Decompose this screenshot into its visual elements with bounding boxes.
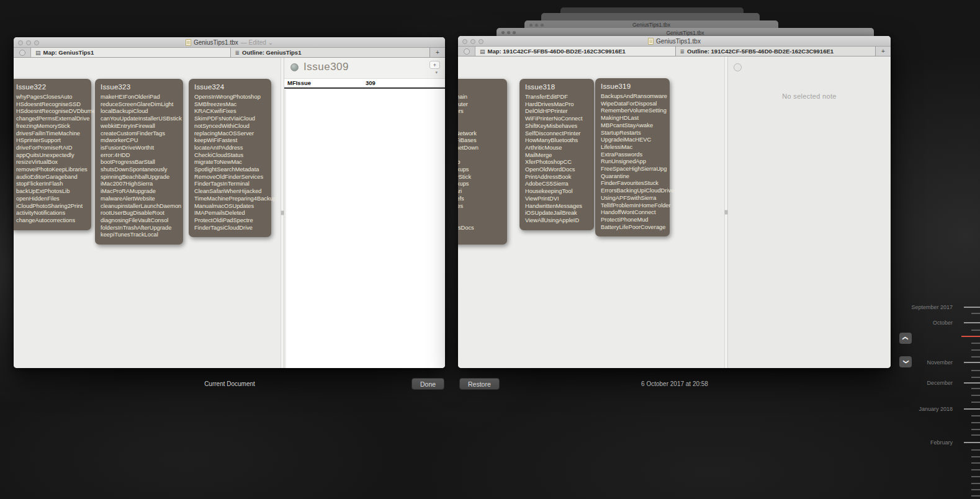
- timeline-month-label[interactable]: October: [933, 320, 953, 326]
- note-item[interactable]: FinderTagsiCloudDrive: [194, 225, 266, 232]
- note-item[interactable]: ViFiBases: [458, 137, 502, 145]
- view-circle-button[interactable]: [14, 48, 31, 57]
- note-item[interactable]: lt: [458, 210, 502, 217]
- outline-pane[interactable]: Issue309 + ▾ MFIssue 309: [284, 58, 445, 368]
- new-tab-button[interactable]: +: [876, 47, 891, 56]
- timeline-backup-tick[interactable]: [971, 462, 980, 464]
- timeline-month-tick[interactable]: [964, 408, 980, 410]
- note-item[interactable]: HandwrittenMessages: [525, 203, 589, 210]
- note-item[interactable]: RemoveOldFinderServices: [194, 174, 266, 181]
- note-item[interactable]: stopFlickerInFlash: [16, 181, 86, 188]
- outline-attribute-row[interactable]: MFIssue 309: [284, 79, 445, 88]
- note-item[interactable]: ArthriticMouse: [525, 145, 589, 152]
- note-item[interactable]: SMBfreezesMac: [194, 101, 266, 109]
- note-item[interactable]: HSdoesntRecogniseDVDburner: [16, 108, 86, 115]
- timeline-backup-tick[interactable]: [971, 349, 980, 351]
- note-item[interactable]: MakingHDLast: [601, 115, 665, 122]
- note-item[interactable]: DelOldHPPrinter: [525, 108, 589, 115]
- tab-outline-backup[interactable]: ≣ Outline: 191C42CF-5FB5-46D0-BD2E-162C3…: [676, 47, 876, 56]
- outline-body[interactable]: [284, 89, 445, 368]
- note-item[interactable]: CleanSafariWhenHijacked: [194, 188, 266, 196]
- note-item[interactable]: ShiftKeyMisbehaves: [525, 123, 589, 130]
- note-item[interactable]: foldersInTrashAfterUpgrade: [101, 225, 178, 232]
- note-item[interactable]: KRACKwifiFixes: [194, 108, 266, 115]
- note-item[interactable]: RememberVolumeSetting: [601, 107, 665, 115]
- note-item[interactable]: MBPcantStayAwake: [601, 122, 665, 130]
- note-item[interactable]: HousekeepingTool: [525, 188, 589, 196]
- note-item[interactable]: XferPhotoshopCC: [525, 159, 589, 166]
- note-item[interactable]: UpgradeiMacHEVC: [601, 137, 665, 144]
- note-item[interactable]: ils: [458, 123, 502, 130]
- tab-map-geniustips1[interactable]: ▤ Map: GeniusTips1: [31, 48, 231, 57]
- outline-pane-empty[interactable]: No selected note: [728, 56, 891, 368]
- timeline-backup-tick[interactable]: [971, 495, 980, 497]
- note-item[interactable]: SpotlightSearchMetadata: [194, 166, 266, 174]
- note-item[interactable]: mdworkerCPU: [101, 137, 178, 145]
- chevron-down-icon[interactable]: ▾: [435, 70, 438, 75]
- timeline-backup-tick[interactable]: [971, 395, 980, 396]
- note-item[interactable]: HowManyBluetooths: [525, 137, 589, 145]
- note-item[interactable]: driveForPromiseRAID: [16, 145, 86, 152]
- note-item[interactable]: createCustomFinderTags: [101, 130, 178, 138]
- timeline-backup-tick[interactable]: [971, 483, 980, 484]
- note-item[interactable]: RunUnsignedApp: [601, 158, 665, 166]
- note-item[interactable]: localBackupiCloud: [101, 108, 178, 115]
- note-item[interactable]: CheckiCloudStatus: [194, 152, 266, 160]
- note-item[interactable]: TellIfProblemInHomeFolder: [601, 202, 665, 210]
- note-item[interactable]: appQuitsUnexpectedly: [16, 152, 86, 160]
- note-item[interactable]: iCloudPhotoSharing2Print: [16, 203, 86, 210]
- note-item[interactable]: shutsDownSpontaneously: [101, 166, 178, 174]
- note-item[interactable]: LifelessiMac: [601, 144, 665, 151]
- timeline-month-label[interactable]: September 2017: [911, 304, 953, 310]
- note-item[interactable]: audioEditorGarageband: [16, 174, 86, 181]
- timeline-backup-tick[interactable]: [971, 429, 980, 430]
- timeline-backup-tick[interactable]: [971, 330, 980, 331]
- note-item[interactable]: rootUserBugDisableRoot: [101, 210, 178, 217]
- note-item[interactable]: keepWiFiFastest: [194, 137, 266, 145]
- note-item[interactable]: TimeMachinePreparing4Backup: [194, 196, 266, 203]
- timeline-backup-tick[interactable]: [971, 449, 980, 451]
- note-item[interactable]: ackups: [458, 166, 502, 174]
- note-item[interactable]: IMAPemailsDeleted: [194, 210, 266, 217]
- note-item[interactable]: Quarantine: [601, 173, 665, 181]
- note-item[interactable]: HSdoesntRecogniseSSD: [16, 101, 86, 109]
- timeline-down-button[interactable]: ❮: [899, 356, 912, 367]
- timeline-month-tick[interactable]: [964, 307, 980, 308]
- timeline-backup-tick[interactable]: [971, 489, 980, 490]
- timeline-month-tick[interactable]: [964, 382, 980, 384]
- note-item[interactable]: malwareAlertWebsite: [101, 196, 178, 203]
- note-card[interactable]: ychainRouterrversilsFiNetworkViFiBaseser…: [458, 79, 507, 245]
- note-item[interactable]: replacingMacOSServer: [194, 130, 266, 138]
- note-item[interactable]: iMacProRAMupgrade: [101, 188, 178, 196]
- note-card[interactable]: Issue323makeHEIFonOlderiPadreduceScreenG…: [95, 79, 183, 245]
- note-item[interactable]: HandoffWontConnect: [601, 209, 665, 217]
- note-item[interactable]: PrintAddressBook: [525, 174, 589, 181]
- note-item[interactable]: diagnosingFileVaultConsol: [101, 217, 178, 225]
- note-item[interactable]: changedPermsExternalDrive: [16, 115, 86, 123]
- note-item[interactable]: ackups: [458, 181, 502, 188]
- note-item[interactable]: BatteryLifePoorCoverage: [601, 224, 665, 232]
- note-item[interactable]: ExtraPasswords: [601, 151, 665, 159]
- note-item[interactable]: drivesFailInTimeMachine: [16, 130, 86, 138]
- note-item[interactable]: ychain: [458, 94, 502, 101]
- timeline-backup-tick[interactable]: [971, 388, 980, 389]
- note-item[interactable]: iOSUpdateJailBreak: [525, 210, 589, 217]
- note-item[interactable]: whyPagesClosesAuto: [16, 94, 86, 101]
- note-item[interactable]: notSyncedWithiCloud: [194, 123, 266, 130]
- timeline-backup-tick[interactable]: [971, 356, 980, 357]
- note-item[interactable]: ages: [458, 203, 502, 210]
- note-item[interactable]: OpenOldWordDocs: [525, 166, 589, 174]
- view-circle-button[interactable]: [458, 47, 475, 56]
- timeline-month-label[interactable]: November: [927, 359, 953, 366]
- note-item[interactable]: cleanupinstallerLaunchDaemon: [101, 203, 178, 210]
- left-titlebar[interactable]: GeniusTips1.tbx — Edited ⌄: [14, 37, 445, 48]
- timeline-backup-tick[interactable]: [971, 456, 980, 457]
- timeline-selected-backup-tick[interactable]: [961, 336, 980, 337]
- note-item[interactable]: ernetDown: [458, 145, 502, 152]
- note-item[interactable]: activityNotifications: [16, 210, 86, 217]
- note-item[interactable]: FreeSpaceHighSierraUpg: [601, 166, 665, 173]
- edited-status[interactable]: — Edited ⌄: [241, 39, 273, 46]
- note-item[interactable]: OpensInWrongPhotoshop: [194, 94, 266, 101]
- map-pane[interactable]: Issue322whyPagesClosesAutoHSdoesntRecogn…: [14, 58, 281, 368]
- note-item[interactable]: SkimPDFsNotViaiCloud: [194, 115, 266, 123]
